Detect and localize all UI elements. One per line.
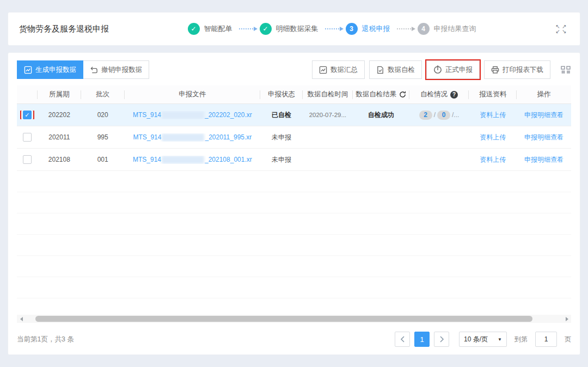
page-title: 货物劳务及服务退税申报 [19, 24, 109, 34]
row-checkbox[interactable]: ✓ [23, 111, 32, 119]
column-header-batch: 批次 [81, 85, 125, 103]
row-checkbox[interactable] [23, 155, 32, 164]
step-tax-refund-declare: 3 退税申报 [346, 23, 390, 35]
step-wizard: ✓ 智能配单 ✓ 明细数据采集 3 退税申报 4 申报结果查询 [109, 23, 555, 35]
row-checkbox[interactable] [23, 133, 32, 142]
fullscreen-icon[interactable]: ↖↗ ↙↘ [555, 24, 569, 34]
page-summary: 当前第1页，共3 条 [17, 335, 74, 344]
step-label: 申报结果查询 [434, 24, 476, 34]
help-icon[interactable]: ? [450, 91, 458, 99]
step-number-icon: 3 [346, 23, 358, 35]
column-header-file: 申报文件 [125, 85, 261, 103]
declare-file-link[interactable]: MTS_914 _202108_001.xr [133, 156, 252, 164]
step-arrow-icon [325, 28, 339, 29]
period-cell: 202011 [38, 133, 81, 141]
column-header-upload: 报送资料 [469, 85, 517, 103]
scrollbar-track[interactable] [26, 315, 562, 322]
chart-icon [319, 66, 327, 74]
column-header-check-result: 数据自检结果 [353, 85, 409, 103]
step-smart-matching: ✓ 智能配单 [188, 23, 232, 35]
page-number-button[interactable]: 1 [414, 332, 430, 347]
check-circle-icon: ✓ [188, 23, 200, 35]
chart-icon [24, 66, 32, 74]
period-cell: 202202 [38, 111, 81, 119]
table-row-empty [17, 256, 571, 277]
goto-page-input[interactable] [535, 332, 557, 347]
period-cell: 202108 [38, 156, 81, 163]
upload-material-link[interactable]: 资料上传 [480, 111, 506, 120]
horizontal-scrollbar [17, 315, 571, 323]
table-row: 202011 995 MTS_914 _202011_995.xr 未申报 资料… [17, 126, 571, 149]
batch-cell: 995 [81, 133, 125, 141]
refresh-icon[interactable] [399, 91, 406, 98]
table-row: ✓ 202202 020 MTS_914 _202202_020.xr 已自检 … [17, 104, 571, 126]
step-arrow-icon [397, 28, 411, 29]
situation-cell: 2 / 0 /... [419, 111, 460, 120]
prev-page-button[interactable] [395, 332, 410, 347]
fail-count-badge[interactable]: 0 [437, 111, 450, 120]
formal-declare-button[interactable]: 正式申报 [426, 60, 480, 79]
view-detail-link[interactable]: 申报明细查看 [524, 155, 564, 164]
step-number-icon: 4 [418, 23, 430, 35]
toolbar: 生成申报数据 撤销申报数据 数据汇总 [17, 60, 571, 79]
check-circle-icon: ✓ [260, 23, 272, 35]
printer-icon [491, 66, 499, 74]
batch-cell: 020 [81, 111, 125, 119]
table-row-empty [17, 235, 571, 256]
goto-page-label: 到第 [514, 335, 528, 344]
status-cell: 未申报 [260, 155, 303, 164]
column-header-check-time: 数据自检时间 [303, 85, 353, 103]
header-card: 货物劳务及服务退税申报 ✓ 智能配单 ✓ 明细数据采集 3 退税申报 4 申报结… [8, 12, 580, 46]
step-label: 智能配单 [204, 24, 232, 34]
document-check-icon [376, 66, 384, 74]
view-detail-link[interactable]: 申报明细查看 [524, 111, 564, 120]
generate-declare-data-button[interactable]: 生成申报数据 [17, 60, 83, 79]
next-page-button[interactable] [434, 332, 449, 347]
step-result-query: 4 申报结果查询 [418, 23, 476, 35]
check-time-cell: 2020-07-29... [303, 112, 353, 118]
table-row-empty [17, 277, 571, 298]
declaration-table: 所属期 批次 申报文件 申报状态 数据自检时间 数据自检结果 自检情况 ? 报送… [17, 85, 571, 298]
check-result-cell: 自检成功 [353, 111, 409, 120]
page-size-select[interactable]: 10 条/页 ▼ [459, 332, 507, 347]
scroll-left-icon[interactable] [17, 315, 26, 323]
step-label: 明细数据采集 [276, 24, 318, 34]
column-header-situation: 自检情况 ? [409, 85, 469, 103]
column-settings-icon[interactable] [560, 65, 571, 75]
redacted-blur [162, 133, 204, 142]
table-row-empty [17, 171, 571, 192]
pagination-bar: 当前第1页，共3 条 1 10 条/页 ▼ 到第 页 [17, 323, 571, 348]
table-row-empty [17, 213, 571, 235]
undo-icon [90, 66, 98, 74]
column-header-operation: 操作 [517, 85, 571, 103]
print-report-download-button[interactable]: 打印报表下载 [484, 60, 550, 79]
table-row: 202108 001 MTS_914 _202108_001.xr 未申报 资料… [17, 149, 571, 171]
status-cell: 已自检 [260, 111, 303, 120]
upload-icon [433, 65, 442, 74]
data-summary-button[interactable]: 数据汇总 [312, 60, 365, 79]
upload-material-link[interactable]: 资料上传 [480, 155, 506, 164]
column-header-status: 申报状态 [260, 85, 303, 103]
step-label: 退税申报 [362, 24, 390, 34]
column-header-period: 所属期 [38, 85, 81, 103]
scroll-right-icon[interactable] [562, 315, 571, 323]
scrollbar-thumb[interactable] [35, 316, 532, 322]
data-selfcheck-button[interactable]: 数据自检 [369, 60, 422, 79]
step-detail-collection: ✓ 明细数据采集 [260, 23, 318, 35]
header-checkbox-cell [17, 85, 38, 103]
table-header-row: 所属期 批次 申报文件 申报状态 数据自检时间 数据自检结果 自检情况 ? 报送… [17, 85, 571, 104]
batch-cell: 001 [81, 156, 125, 163]
step-arrow-icon [239, 28, 253, 29]
revoke-declare-data-button[interactable]: 撤销申报数据 [83, 60, 149, 79]
success-count-badge[interactable]: 2 [419, 111, 432, 120]
view-detail-link[interactable]: 申报明细查看 [524, 133, 564, 142]
redacted-blur [162, 156, 204, 164]
status-cell: 未申报 [260, 133, 303, 142]
declare-file-link[interactable]: MTS_914 _202011_995.xr [133, 133, 252, 142]
page-unit-label: 页 [565, 335, 571, 344]
declare-file-link[interactable]: MTS_914 _202202_020.xr [133, 111, 252, 119]
redacted-blur [162, 111, 204, 119]
dropdown-caret-icon: ▼ [498, 337, 502, 342]
main-card: 生成申报数据 撤销申报数据 数据汇总 [8, 52, 580, 355]
upload-material-link[interactable]: 资料上传 [480, 133, 506, 142]
